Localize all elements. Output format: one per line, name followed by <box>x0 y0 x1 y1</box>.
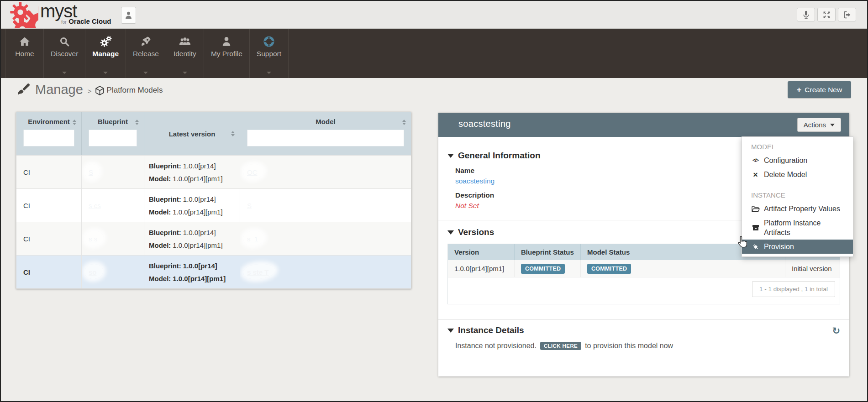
latest-version-cell: Blueprint:1.0.0[pr14] Model:1.0.0[pr14][… <box>144 256 240 288</box>
menu-divider <box>742 185 853 185</box>
menu-group-header-model: MODEL <box>742 140 853 153</box>
environment-cell: CI <box>16 222 82 255</box>
notes-cell: Initial version <box>785 260 840 277</box>
table-header: Environment Blueprint Latest version Mod… <box>16 112 411 155</box>
environment-filter-input[interactable] <box>23 130 74 146</box>
breadcrumb-page[interactable]: Platform Models <box>107 86 163 95</box>
rocket-icon <box>141 35 151 47</box>
menu-item-platform-instance-artifacts[interactable]: Platform Instance Artifacts <box>742 216 853 240</box>
top-header: myst for Oracle Cloud <box>1 1 867 29</box>
code-icon: </> <box>751 156 760 165</box>
redacted-model-link[interactable]: S <box>247 202 252 209</box>
collapse-triangle-icon <box>447 230 454 235</box>
gears-icon <box>100 35 112 47</box>
create-new-label: Create New <box>805 86 842 94</box>
nav-item-support[interactable]: Support <box>250 29 289 78</box>
model-title: soacstesting <box>458 119 511 129</box>
fullscreen-button[interactable] <box>817 8 836 21</box>
user-icon <box>125 11 132 19</box>
blueprint-version-value: 1.0.0[pr14] <box>183 195 216 203</box>
actions-button[interactable]: Actions <box>797 118 841 132</box>
myst-logo[interactable]: myst for Oracle Cloud <box>5 1 38 28</box>
environment-cell: CI <box>16 189 82 222</box>
table-row-selected[interactable]: CI so Blueprint:1.0.0[pr14] Model:1.0.0[… <box>16 255 411 288</box>
redacted-blueprint-link[interactable]: s cs <box>89 202 101 209</box>
nav-label: Discover <box>51 50 78 58</box>
breadcrumb: Manage > Platform Models <box>17 80 163 99</box>
section-heading: Instance Details <box>458 325 524 335</box>
model-name-link[interactable]: soacstesting <box>455 177 494 185</box>
column-label: Version <box>448 244 515 260</box>
sort-icon[interactable] <box>402 120 406 125</box>
nav-item-home[interactable]: Home <box>5 29 44 78</box>
caret-down-icon <box>183 72 187 74</box>
column-label[interactable]: Latest version <box>144 130 240 138</box>
microphone-icon <box>803 10 810 19</box>
user-avatar-button[interactable] <box>121 7 136 24</box>
nav-label: Manage <box>92 50 119 58</box>
header-action-buttons <box>797 8 856 21</box>
column-label[interactable]: Model <box>240 118 411 125</box>
collapse-triangle-icon <box>447 329 454 333</box>
menu-item-label: Platform Instance Artifacts <box>764 218 844 237</box>
nav-item-manage[interactable]: Manage <box>85 29 126 78</box>
instance-message-suffix: to provision this model now <box>585 342 673 350</box>
redacted-blueprint-link[interactable]: s s <box>89 235 97 243</box>
menu-item-configuration[interactable]: </> Configuration <box>742 153 853 167</box>
user-icon <box>222 35 231 47</box>
column-label[interactable]: Environment <box>16 118 81 125</box>
section-heading: Versions <box>458 227 494 237</box>
nav-item-my-profile[interactable]: My Profile <box>204 29 250 78</box>
nav-label: My Profile <box>211 50 242 58</box>
nav-item-identity[interactable]: Identity <box>166 29 204 78</box>
logo-for-text: for <box>61 20 67 25</box>
blueprint-status-badge: COMMITTED <box>521 264 565 274</box>
menu-item-label: Delete Model <box>764 170 807 179</box>
microphone-button[interactable] <box>797 8 815 21</box>
actions-dropdown-menu: MODEL </> Configuration × Delete Model I… <box>742 136 853 257</box>
latest-version-cell: Blueprint:1.0.0[pr14] Model:1.0.0[pr14][… <box>144 222 240 255</box>
plus-icon: + <box>797 86 802 94</box>
table-row[interactable]: CI s cs Blueprint:1.0.0[pr14] Model:1.0.… <box>16 188 411 222</box>
column-header-environment: Environment <box>16 112 82 155</box>
menu-item-artifact-property-values[interactable]: Artifact Property Values <box>742 202 853 216</box>
click-here-button[interactable]: CLICK HERE <box>540 342 581 350</box>
blueprint-filter-input[interactable] <box>89 130 137 146</box>
redacted-blueprint-link[interactable]: so <box>89 268 97 276</box>
platform-models-table: Environment Blueprint Latest version Mod… <box>16 112 411 289</box>
column-header-latest-version: Latest version <box>144 112 240 155</box>
breadcrumb-separator: > <box>88 87 92 95</box>
model-filter-input[interactable] <box>247 130 404 146</box>
pagination-status: 1 - 1 displayed , 1 in total <box>752 281 835 297</box>
create-new-button[interactable]: + Create New <box>788 81 851 98</box>
logo-subtitle: Oracle Cloud <box>68 17 111 25</box>
menu-item-delete-model[interactable]: × Delete Model <box>742 167 853 182</box>
sort-icon[interactable] <box>135 120 139 125</box>
table-row[interactable]: CI s s Blueprint:1.0.0[pr14] Model:1.0.0… <box>16 222 411 255</box>
sign-out-button[interactable] <box>838 8 856 21</box>
column-header-blueprint: Blueprint <box>82 112 144 155</box>
latest-version-cell: Blueprint:1.0.0[pr14] Model:1.0.0[pr14][… <box>144 156 240 188</box>
version-row[interactable]: 1.0.0[pr14][pm1] COMMITTED COMMITTED Ini… <box>448 260 840 277</box>
nav-item-discover[interactable]: Discover <box>44 29 85 78</box>
redacted-blueprint-link[interactable]: S <box>89 168 93 176</box>
breadcrumb-section[interactable]: Manage <box>35 82 83 97</box>
sort-icon[interactable] <box>231 131 235 136</box>
instance-message-prefix: Instance not provisioned. <box>455 342 537 350</box>
instance-details-section-header[interactable]: Instance Details ↻ <box>447 325 840 335</box>
nav-item-release[interactable]: Release <box>126 29 166 78</box>
refresh-icon[interactable]: ↻ <box>832 326 840 335</box>
detail-header: soacstesting Actions <box>438 113 849 137</box>
latest-version-cell: Blueprint:1.0.0[pr14] Model:1.0.0[pr14][… <box>144 189 240 222</box>
menu-item-provision[interactable]: Provision <box>742 240 853 254</box>
actions-label: Actions <box>804 121 826 129</box>
sort-icon[interactable] <box>73 120 76 125</box>
redacted-model-link[interactable]: s ste T <box>247 268 269 276</box>
redacted-model-link[interactable]: s 1 <box>247 235 258 243</box>
table-row[interactable]: CI S Blueprint:1.0.0[pr14] Model:1.0.0[p… <box>16 155 411 188</box>
column-label[interactable]: Blueprint <box>82 118 144 125</box>
archive-icon <box>751 224 760 231</box>
app-window: myst for Oracle Cloud <box>0 0 868 402</box>
redacted-model-link[interactable]: OC <box>247 168 258 176</box>
caret-down-icon <box>103 72 108 74</box>
